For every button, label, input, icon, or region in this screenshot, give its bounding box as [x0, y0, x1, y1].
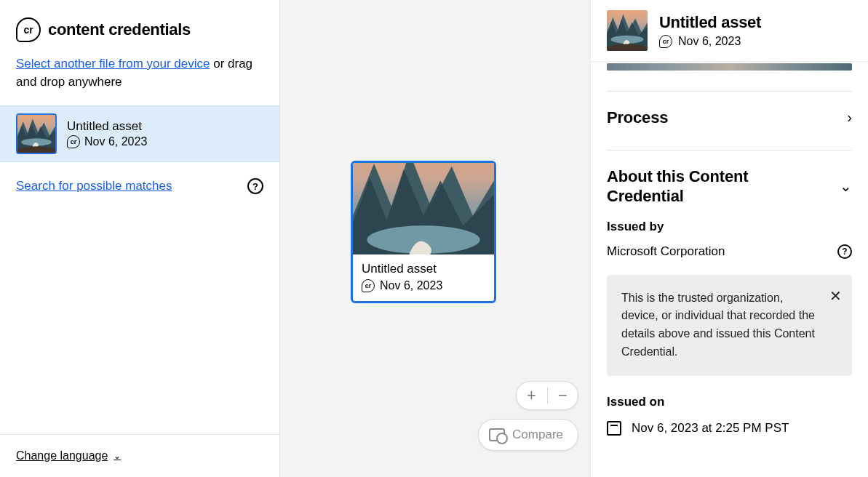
preview-strip [607, 63, 852, 71]
sidebar-asset-item[interactable]: Untitled asset cr Nov 6, 2023 [0, 105, 279, 162]
cr-badge-icon: cr [659, 35, 672, 48]
zoom-control: + − [516, 381, 578, 410]
zoom-separator [547, 388, 548, 404]
change-language-button[interactable]: Change language ⌄ [16, 449, 121, 462]
left-sidebar: cr content credentials Select another fi… [0, 0, 280, 477]
issued-by-value: Microsoft Corporation [607, 244, 725, 259]
panel-title: Untitled asset [659, 13, 761, 32]
compare-button[interactable]: Compare [478, 419, 578, 451]
panel-date-row: cr Nov 6, 2023 [659, 35, 761, 48]
issued-on-label: Issued on [607, 395, 852, 409]
help-icon[interactable]: ? [247, 178, 263, 194]
zoom-in-button[interactable]: + [521, 386, 543, 405]
asset-date: Nov 6, 2023 [84, 135, 147, 148]
chevron-down-icon: ⌄ [114, 451, 121, 461]
asset-thumbnail [16, 113, 57, 154]
issued-on-value: Nov 6, 2023 at 2:25 PM PST [632, 421, 789, 436]
help-icon[interactable]: ? [837, 244, 852, 259]
issued-by-label: Issued by [607, 220, 852, 234]
panel-header: Untitled asset cr Nov 6, 2023 [591, 0, 868, 62]
cr-badge-icon: cr [362, 279, 375, 292]
asset-title: Untitled asset [67, 119, 147, 134]
compare-label: Compare [512, 428, 563, 442]
asset-card[interactable]: Untitled asset cr Nov 6, 2023 [351, 161, 496, 303]
panel-date: Nov 6, 2023 [678, 35, 741, 48]
sidebar-footer: Change language ⌄ [0, 434, 279, 477]
asset-card-image [353, 163, 494, 254]
brand-text: content credentials [48, 20, 191, 39]
compare-icon [489, 428, 505, 441]
issued-on-row: Nov 6, 2023 at 2:25 PM PST [607, 421, 852, 436]
change-language-label: Change language [16, 449, 108, 462]
about-section-toggle[interactable]: About this Content Credential ⌄ [607, 167, 852, 207]
asset-date-row: cr Nov 6, 2023 [67, 135, 147, 148]
asset-card-title: Untitled asset [362, 262, 485, 276]
chevron-right-icon: › [847, 109, 852, 126]
asset-card-date: Nov 6, 2023 [380, 279, 442, 292]
brand-row: cr content credentials [0, 0, 279, 55]
details-panel: Untitled asset cr Nov 6, 2023 Process › … [591, 0, 868, 477]
process-heading: Process [607, 108, 668, 128]
about-heading: About this Content Credential [607, 167, 796, 207]
close-icon[interactable]: ✕ [829, 285, 842, 308]
issuer-note-text: This is the trusted organization, device… [621, 292, 815, 358]
asset-card-date-row: cr Nov 6, 2023 [362, 279, 485, 292]
canvas-area[interactable]: Untitled asset cr Nov 6, 2023 + − Compar… [280, 0, 591, 477]
search-matches-link[interactable]: Search for possible matches [16, 179, 172, 193]
chevron-down-icon: ⌄ [840, 177, 852, 195]
select-file-instruction: Select another file from your device or … [0, 55, 279, 105]
cr-logo-icon: cr [16, 17, 41, 42]
select-file-link[interactable]: Select another file from your device [16, 57, 210, 71]
issuer-note: This is the trusted organization, device… [607, 275, 852, 376]
process-section-toggle[interactable]: Process › [607, 108, 852, 128]
panel-thumbnail [607, 10, 648, 51]
calendar-icon [607, 421, 621, 436]
zoom-out-button[interactable]: − [552, 386, 574, 405]
cr-badge-icon: cr [67, 135, 80, 148]
